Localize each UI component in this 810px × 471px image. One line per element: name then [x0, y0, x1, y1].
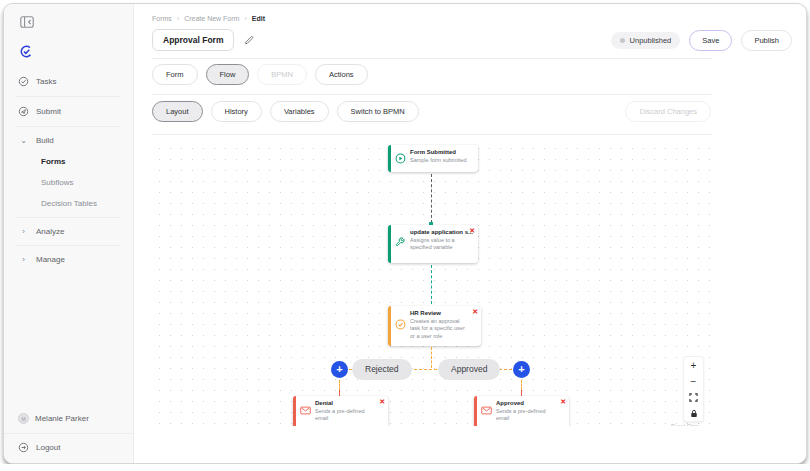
status-badge: Unpublished — [611, 32, 681, 49]
zoom-out-icon: − — [691, 376, 697, 387]
sidebar-nav: Tasks Submit ⌄ Build Forms Subflows Deci… — [4, 70, 133, 270]
node-title: Approved — [496, 400, 559, 406]
chevron-down-icon: ⌄ — [18, 137, 29, 145]
sidebar: Tasks Submit ⌄ Build Forms Subflows Deci… — [4, 4, 134, 463]
sidebar-item-label: Analyze — [36, 227, 64, 236]
sidebar-item-label: Build — [36, 136, 54, 145]
reset-flow-button[interactable]: Reset Flow — [671, 423, 699, 426]
canvas-zoom-toolbar: + − — [683, 356, 704, 422]
tab-form[interactable]: Form — [152, 64, 198, 85]
tab-actions[interactable]: Actions — [315, 64, 368, 85]
zoom-in-button[interactable]: + — [684, 357, 703, 373]
subtab-layout[interactable]: Layout — [152, 101, 203, 122]
user-profile[interactable]: M Melanie Parker — [4, 405, 133, 433]
subtab-switch-to-bpmn[interactable]: Switch to BPMN — [337, 101, 419, 122]
lock-icon — [690, 409, 698, 418]
fit-view-button[interactable] — [684, 389, 703, 405]
chevron-right-icon: › — [18, 228, 29, 236]
zoom-out-button[interactable]: − — [684, 373, 703, 389]
edit-title-pencil-icon[interactable] — [243, 34, 255, 46]
tab-bpmn: BPMN — [257, 64, 307, 85]
flow-subtabs: Layout History Variables Switch to BPMN — [152, 101, 419, 122]
add-step-button-right[interactable]: + — [513, 361, 530, 378]
connector — [431, 347, 432, 368]
node-accent-bar — [474, 396, 477, 426]
email-icon — [300, 400, 311, 426]
flow-node-update-application[interactable]: update application s... Assigns value to… — [388, 225, 478, 263]
zoom-in-icon: + — [691, 360, 697, 371]
connector — [431, 265, 432, 304]
save-button[interactable]: Save — [689, 30, 732, 51]
submit-send-circle-icon — [18, 106, 29, 117]
connector — [431, 174, 432, 223]
node-title: HR Review — [410, 310, 471, 316]
node-description: Sends a pre-defined email — [315, 408, 378, 423]
node-accent-bar — [293, 396, 296, 426]
divider — [16, 96, 121, 97]
breadcrumb-separator: › — [244, 15, 246, 22]
node-description: Assigns value to a specified variable — [410, 237, 473, 252]
node-title: update application s... — [410, 229, 473, 235]
breadcrumb-forms[interactable]: Forms — [152, 15, 172, 22]
form-title-input[interactable]: Approval Form — [152, 29, 234, 51]
app-window: Tasks Submit ⌄ Build Forms Subflows Deci… — [3, 3, 807, 464]
flow-node-denial[interactable]: Denial Sends a pre-defined email ✕ — [293, 396, 388, 426]
sidebar-item-analyze[interactable]: › Analyze — [4, 221, 133, 242]
subtab-history[interactable]: History — [211, 101, 262, 122]
collapse-sidebar-icon[interactable] — [20, 16, 34, 28]
sidebar-item-build[interactable]: ⌄ Build — [4, 130, 133, 151]
flow-node-approved[interactable]: Approved Sends a pre-defined email ✕ — [474, 396, 569, 426]
breadcrumb: Forms › Create New Form › Edit — [152, 15, 265, 22]
logout-button[interactable]: Logout — [4, 433, 133, 463]
divider — [16, 245, 121, 246]
delete-node-icon[interactable]: ✕ — [560, 398, 566, 405]
divider — [152, 134, 712, 135]
flow-node-hr-review[interactable]: HR Review Creates an approval task for a… — [388, 306, 481, 346]
node-description: Creates an approval task for a specific … — [410, 318, 471, 341]
branch-label-approved[interactable]: Approved — [438, 359, 500, 380]
plus-icon: + — [336, 364, 342, 375]
subtab-variables[interactable]: Variables — [270, 101, 329, 122]
play-circle-icon — [395, 149, 406, 168]
fit-view-icon — [689, 393, 698, 402]
node-description: Sample form submitted — [410, 157, 468, 165]
app-logo-icon[interactable] — [20, 45, 133, 58]
sidebar-item-manage[interactable]: › Manage — [4, 249, 133, 270]
delete-node-icon[interactable]: ✕ — [379, 398, 385, 405]
sidebar-item-label: Tasks — [36, 77, 56, 86]
node-description: Sends a pre-defined email — [496, 408, 559, 423]
email-icon — [481, 400, 492, 426]
node-title: Denial — [315, 400, 378, 406]
logout-icon — [18, 442, 29, 453]
sidebar-item-label: Submit — [36, 107, 61, 116]
sidebar-item-forms[interactable]: Forms — [4, 151, 133, 172]
lock-canvas-button[interactable] — [684, 405, 703, 421]
node-title: Form Submitted — [410, 149, 468, 155]
divider — [16, 126, 121, 127]
status-dot-icon — [620, 38, 625, 43]
branch-label-rejected[interactable]: Rejected — [352, 359, 412, 380]
add-step-button-left[interactable]: + — [331, 361, 348, 378]
connector — [339, 380, 340, 390]
main-tabs: Form Flow BPMN Actions — [152, 64, 368, 85]
divider — [152, 58, 712, 59]
user-name: Melanie Parker — [35, 414, 89, 423]
sidebar-item-decision-tables[interactable]: Decision Tables — [4, 193, 133, 214]
flow-canvas[interactable]: Form Submitted Sample form submitted upd… — [152, 141, 710, 426]
tab-flow[interactable]: Flow — [206, 64, 250, 85]
publish-button[interactable]: Publish — [741, 30, 792, 51]
breadcrumb-edit: Edit — [252, 15, 265, 22]
sidebar-item-label: Manage — [36, 255, 65, 264]
delete-node-icon[interactable]: ✕ — [469, 227, 475, 234]
breadcrumb-separator: › — [177, 15, 179, 22]
breadcrumb-create-new-form[interactable]: Create New Form — [184, 15, 239, 22]
node-accent-bar — [388, 145, 391, 172]
sidebar-item-tasks[interactable]: Tasks — [4, 70, 133, 93]
sidebar-item-subflows[interactable]: Subflows — [4, 172, 133, 193]
wrench-icon — [395, 229, 406, 259]
plus-icon: + — [518, 364, 524, 375]
sidebar-item-submit[interactable]: Submit — [4, 100, 133, 123]
logout-label: Logout — [36, 443, 60, 452]
flow-node-form-submitted[interactable]: Form Submitted Sample form submitted — [388, 145, 478, 172]
delete-node-icon[interactable]: ✕ — [472, 308, 478, 315]
